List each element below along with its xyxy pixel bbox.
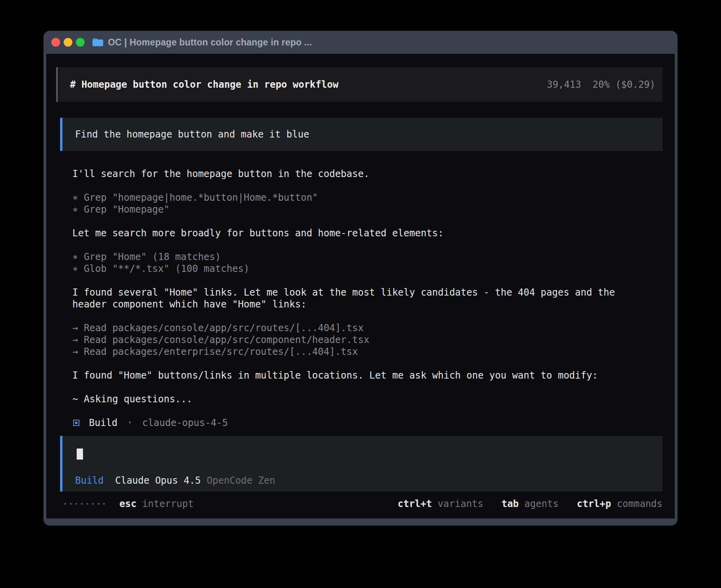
- tool-call-group: → Read packages/console/app/src/routes/[…: [72, 322, 626, 358]
- terminal: # Homepage button color change in repo w…: [46, 54, 675, 518]
- assistant-text-line: ~ Asking questions...: [72, 393, 626, 405]
- user-message: Find the homepage button and make it blu…: [60, 118, 662, 151]
- assistant-text-line: I found "Home" buttons/links in multiple…: [72, 369, 626, 381]
- assistant-text-line: Let me search more broadly for buttons a…: [72, 227, 626, 239]
- hint-label: commands: [611, 498, 662, 510]
- status-bar: esc interrupt ctrl+t variantstab agentsc…: [64, 498, 662, 510]
- tool-call-line: → Read packages/console/app/src/routes/[…: [72, 322, 626, 334]
- editor-meta: Build Claude Opus 4.5 OpenCode Zen: [75, 475, 275, 486]
- hint-key[interactable]: ctrl+t: [398, 498, 432, 510]
- assistant-text: ~ Asking questions...: [72, 393, 626, 405]
- folder-icon: [92, 38, 103, 46]
- agent-status-row: Build·claude-opus-4-5: [72, 417, 626, 429]
- tool-call-line: → Read packages/enterprise/src/routes/[.…: [72, 346, 626, 358]
- titlebar: OC | Homepage button color change in rep…: [43, 31, 678, 54]
- provider-label: OpenCode Zen: [207, 475, 275, 486]
- zoom-button[interactable]: [76, 38, 85, 47]
- user-message-text: Find the homepage button and make it blu…: [75, 128, 309, 140]
- hint-label: variants: [432, 498, 483, 510]
- transcript: I'll search for the homepage button in t…: [72, 168, 626, 441]
- app-window: OC | Homepage button color change in rep…: [43, 31, 678, 526]
- assistant-text: Let me search more broadly for buttons a…: [72, 227, 626, 239]
- agent-model-id: claude-opus-4-5: [142, 417, 228, 429]
- assistant-text: I found "Home" buttons/links in multiple…: [72, 369, 626, 381]
- tool-call-line: ∗ Grep "homepage|home.*button|Home.*butt…: [72, 192, 626, 204]
- model-label[interactable]: Claude Opus 4.5: [115, 475, 201, 486]
- spinner-dots-icon: [64, 503, 105, 505]
- prompt-input[interactable]: Build Claude Opus 4.5 OpenCode Zen: [60, 436, 662, 492]
- hint-key[interactable]: ctrl+p: [577, 498, 611, 510]
- tool-call-line: ∗ Glob "**/*.tsx" (100 matches): [72, 263, 626, 275]
- status-bar-right: ctrl+t variantstab agentsctrl+p commands: [379, 498, 662, 510]
- text-cursor: [77, 449, 83, 460]
- traffic-lights: [51, 38, 85, 47]
- tool-call-group: ∗ Grep "Home" (18 matches)∗ Glob "**/*.t…: [72, 251, 626, 275]
- assistant-text: I'll search for the homepage button in t…: [72, 168, 626, 180]
- agent-square-icon: [73, 420, 79, 426]
- keyboard-hint: ctrl+p commands: [577, 498, 662, 510]
- assistant-text-line: I found several "Home" links. Let me loo…: [72, 286, 626, 310]
- status-bar-left: esc interrupt: [64, 498, 194, 510]
- session-stats: 39,413 20% ($0.29): [547, 79, 655, 90]
- keyboard-hint: ctrl+t variants: [398, 498, 483, 510]
- tool-call-line: → Read packages/console/app/src/componen…: [72, 334, 626, 346]
- esc-key-label: interrupt: [136, 498, 194, 510]
- esc-key-hint[interactable]: esc: [119, 498, 136, 510]
- minimize-button[interactable]: [64, 38, 72, 47]
- close-button[interactable]: [51, 38, 60, 47]
- window-title: OC | Homepage button color change in rep…: [108, 37, 312, 48]
- assistant-text: I found several "Home" links. Let me loo…: [72, 286, 626, 310]
- separator-dot: ·: [127, 417, 132, 429]
- agent-name: Build: [89, 417, 117, 429]
- keyboard-hint: tab agents: [502, 498, 559, 510]
- agent-mode-label[interactable]: Build: [75, 475, 104, 486]
- hint-key[interactable]: tab: [502, 498, 519, 510]
- tool-call-line: ∗ Grep "Homepage": [72, 204, 626, 215]
- tool-call-group: ∗ Grep "homepage|home.*button|Home.*butt…: [72, 192, 626, 215]
- hint-label: agents: [519, 498, 559, 510]
- assistant-text-line: I'll search for the homepage button in t…: [72, 168, 626, 180]
- session-title: # Homepage button color change in repo w…: [70, 79, 338, 90]
- session-header: # Homepage button color change in repo w…: [56, 67, 662, 102]
- tool-call-line: ∗ Grep "Home" (18 matches): [72, 251, 626, 263]
